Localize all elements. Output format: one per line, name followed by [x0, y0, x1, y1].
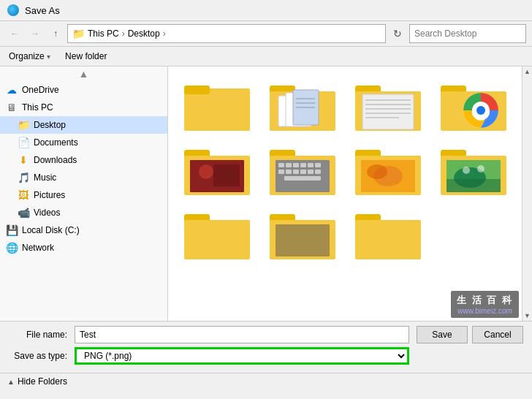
sidebar-item-this-pc[interactable]: 🖥 This PC [0, 99, 167, 116]
folder-icon [270, 78, 335, 131]
folder-item[interactable] [433, 75, 513, 134]
sidebar-item-local-disk[interactable]: 💾 Local Disk (C:) [0, 221, 167, 239]
sidebar: ▲ ☁ OneDrive 🖥 This PC 📁 Desktop 📄 Docum… [0, 66, 168, 321]
folder-item[interactable] [262, 75, 342, 134]
folder-item[interactable] [348, 140, 428, 198]
folder-item[interactable] [262, 204, 342, 262]
svg-rect-3 [184, 86, 210, 94]
action-buttons: Save Cancel [417, 326, 523, 343]
sidebar-item-downloads[interactable]: ⬇ Downloads [0, 151, 167, 169]
sidebar-label-pictures: Pictures [34, 190, 65, 200]
search-input[interactable] [409, 24, 526, 43]
svg-rect-43 [308, 170, 314, 174]
folder-item[interactable] [177, 204, 256, 262]
folder-icon [184, 142, 250, 195]
hide-folders-bar[interactable]: ▲ Hide Folders [0, 373, 532, 390]
folder-icon [441, 142, 506, 195]
pictures-icon: 🖼 [18, 189, 29, 201]
address-sep-1: › [122, 28, 125, 39]
svg-rect-33 [278, 163, 284, 167]
pc-icon: 🖥 [6, 102, 18, 113]
sidebar-label-this-pc: This PC [22, 102, 53, 113]
refresh-button[interactable]: ↻ [389, 25, 406, 42]
app-icon [7, 4, 19, 16]
svg-rect-37 [308, 163, 314, 167]
title-bar: Save As [0, 0, 532, 21]
sidebar-item-desktop[interactable]: 📁 Desktop [0, 116, 167, 134]
watermark-url: www.bimeiz.com [457, 307, 513, 315]
svg-rect-64 [355, 220, 421, 259]
svg-point-57 [477, 165, 484, 172]
network-icon: 🌐 [6, 242, 18, 254]
sidebar-item-videos[interactable]: 📹 Videos [0, 204, 167, 221]
new-folder-button[interactable]: New folder [62, 50, 110, 63]
folder-item[interactable] [177, 140, 256, 198]
desktop-folder-icon: 📁 [18, 119, 29, 131]
sidebar-item-onedrive[interactable]: ☁ OneDrive [0, 81, 167, 99]
address-bar[interactable]: 📁 This PC › Desktop › [67, 24, 386, 43]
folder-icon [270, 207, 335, 259]
svg-rect-35 [293, 163, 299, 167]
folder-item[interactable] [348, 204, 428, 262]
toolbar: Organize ▾ New folder [0, 47, 532, 66]
folder-icon [441, 78, 506, 131]
svg-rect-44 [315, 170, 321, 174]
folder-item[interactable] [433, 140, 513, 198]
sidebar-label-desktop: Desktop [34, 120, 66, 130]
sidebar-label-music: Music [34, 172, 56, 183]
sidebar-scroll-up[interactable]: ▲ [0, 66, 167, 81]
svg-rect-55 [446, 179, 501, 192]
svg-rect-2 [184, 93, 250, 131]
sidebar-item-network[interactable]: 🌐 Network [0, 239, 167, 256]
svg-rect-39 [278, 170, 284, 174]
cancel-button[interactable]: Cancel [472, 326, 523, 343]
nav-bar: ← → ↑ 📁 This PC › Desktop › ↻ [0, 21, 532, 47]
sidebar-label-documents: Documents [34, 137, 78, 148]
folder-grid [174, 72, 516, 265]
videos-icon: 📹 [18, 207, 29, 218]
sidebar-item-music[interactable]: 🎵 Music [0, 169, 167, 186]
address-sep-2: › [163, 28, 166, 39]
vertical-scrollbar[interactable]: ▲ ▼ [522, 66, 532, 321]
folder-item[interactable] [348, 75, 428, 134]
address-part-2: Desktop [128, 28, 160, 39]
documents-icon: 📄 [18, 137, 29, 148]
back-button[interactable]: ← [6, 25, 23, 42]
watermark: 生 活 百 科 www.bimeiz.com [451, 291, 519, 318]
save-button[interactable]: Save [417, 326, 468, 343]
saveastype-select[interactable]: PNG (*.png) [75, 347, 409, 365]
folder-icon [355, 142, 421, 195]
music-icon: 🎵 [18, 172, 29, 183]
address-part-1: This PC [88, 28, 119, 39]
folder-icon [184, 207, 250, 259]
sidebar-item-documents[interactable]: 📄 Documents [0, 134, 167, 151]
onedrive-icon: ☁ [6, 84, 18, 96]
sidebar-label-network: Network [22, 243, 54, 253]
folder-item[interactable] [177, 75, 256, 134]
svg-rect-62 [276, 224, 330, 256]
svg-rect-34 [286, 163, 292, 167]
folder-item[interactable] [262, 140, 342, 198]
saveastype-row: Save as type: PNG (*.png) [9, 347, 523, 365]
folder-icon: 📁 [72, 28, 85, 39]
content-scroll[interactable] [168, 66, 522, 321]
sidebar-item-pictures[interactable]: 🖼 Pictures [0, 186, 167, 204]
svg-rect-36 [300, 163, 306, 167]
folder-icon [355, 207, 421, 259]
downloads-icon: ⬇ [18, 154, 29, 166]
folder-icon [184, 78, 250, 131]
watermark-line1: 生 活 百 科 [457, 294, 513, 307]
forward-button[interactable]: → [26, 25, 44, 42]
organize-button[interactable]: Organize ▾ [6, 50, 53, 63]
svg-rect-45 [284, 176, 321, 180]
bottom-bar: File name: Save Cancel Save as type: PNG… [0, 321, 532, 373]
svg-rect-42 [300, 170, 306, 174]
svg-rect-29 [213, 164, 240, 186]
filename-label: File name: [9, 330, 75, 340]
sidebar-scroll[interactable]: ☁ OneDrive 🖥 This PC 📁 Desktop 📄 Documen… [0, 81, 167, 321]
up-button[interactable]: ↑ [47, 25, 64, 42]
organize-dropdown-icon: ▾ [47, 53, 50, 61]
sidebar-label-downloads: Downloads [34, 155, 77, 165]
folder-icon [355, 78, 421, 131]
filename-input[interactable] [75, 326, 409, 343]
